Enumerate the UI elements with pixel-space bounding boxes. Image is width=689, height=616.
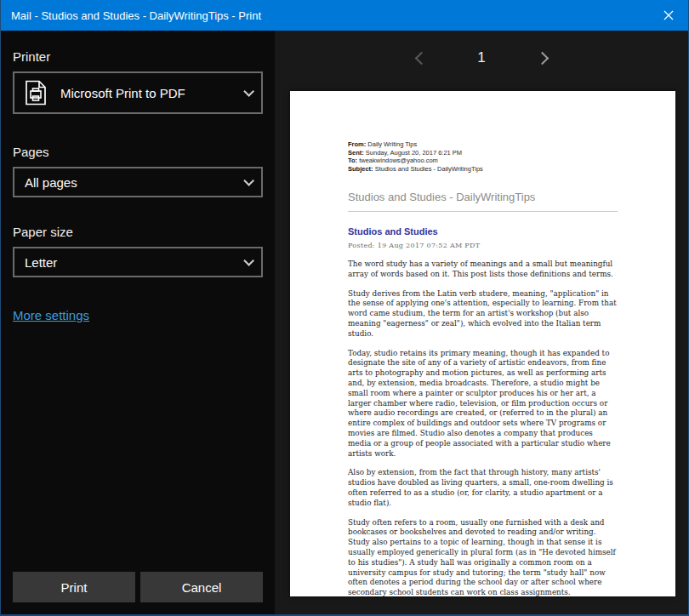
subject-label: Subject:	[348, 165, 373, 173]
paper-size-value: Letter	[25, 255, 243, 270]
paragraph: Also by extension, from the fact that th…	[348, 468, 618, 508]
subject-value: Studios and Studies - DailyWritingTips	[375, 165, 483, 173]
print-settings-panel: Printer Microsoft Print to PDF Pages All…	[1, 31, 275, 614]
paragraph: Study derives from the Latin verb studer…	[348, 289, 618, 339]
printer-value: Microsoft Print to PDF	[60, 86, 243, 100]
article-body: The word study has a variety of meanings…	[348, 260, 618, 596]
chevron-right-icon	[535, 51, 549, 65]
titlebar: Mail - Studios and Studies - DailyWritin…	[1, 0, 688, 31]
previous-page-button[interactable]	[408, 45, 434, 71]
print-to-pdf-icon	[25, 80, 47, 106]
paper-size-label: Paper size	[13, 225, 263, 239]
cancel-button[interactable]: Cancel	[140, 572, 263, 602]
document-title: Studios and Studies - DailyWritingTips	[348, 191, 618, 212]
email-header: From: Daily Writing Tips Sent: Sunday, A…	[348, 140, 618, 173]
chevron-left-icon	[414, 51, 428, 65]
printer-select[interactable]: Microsoft Print to PDF	[13, 71, 263, 114]
print-button[interactable]: Print	[13, 572, 135, 602]
to-label: To:	[348, 157, 357, 164]
article-title: Studios and Studies	[348, 226, 618, 237]
pages-label: Pages	[13, 145, 263, 159]
chevron-down-icon	[243, 255, 254, 266]
from-value: Daily Writing Tips	[367, 140, 417, 148]
pages-select[interactable]: All pages	[13, 167, 263, 197]
posted-date: Posted: 19 Aug 2017 07:52 AM PDT	[348, 242, 618, 249]
dialog-body: Printer Microsoft Print to PDF Pages All…	[1, 31, 688, 614]
close-button[interactable]	[649, 0, 688, 31]
paper-size-select[interactable]: Letter	[13, 247, 263, 277]
page-navigation: 1	[275, 31, 688, 85]
paragraph: The word study has a variety of meanings…	[348, 260, 618, 280]
print-preview-panel: 1 From: Daily Writing Tips Sent: Sunday,…	[275, 31, 688, 614]
chevron-down-icon	[243, 175, 254, 186]
more-settings-link[interactable]: More settings	[13, 308, 89, 322]
paragraph: Today, studio retains its primary meanin…	[348, 349, 618, 459]
from-label: From:	[348, 140, 366, 148]
page-number[interactable]: 1	[473, 49, 490, 66]
window-title: Mail - Studios and Studies - DailyWritin…	[11, 9, 649, 22]
next-page-button[interactable]	[529, 45, 555, 71]
print-dialog-window: Mail - Studios and Studies - DailyWritin…	[0, 0, 689, 616]
sent-value: Sunday, August 20, 2017 6:21 PM	[366, 149, 462, 157]
printer-label: Printer	[13, 49, 263, 64]
preview-page: From: Daily Writing Tips Sent: Sunday, A…	[290, 91, 675, 596]
chevron-down-icon	[243, 86, 254, 97]
paragraph: Study often refers to a room, usually on…	[348, 518, 618, 596]
action-buttons: Print Cancel	[13, 572, 263, 602]
to-value: tweakwindows@yahoo.com	[359, 157, 438, 164]
pages-value: All pages	[25, 175, 243, 190]
sent-label: Sent:	[348, 149, 364, 157]
close-icon	[663, 10, 674, 20]
